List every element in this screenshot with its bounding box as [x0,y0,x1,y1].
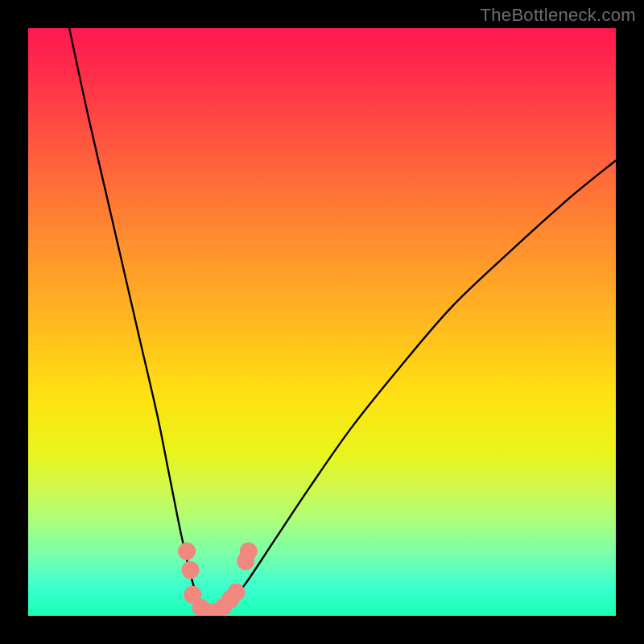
plot-area [28,28,616,616]
curve-marker [227,584,245,601]
curve-marker [182,561,200,579]
watermark-text: TheBottleneck.com [481,5,636,26]
curve-marker [240,543,258,560]
bottleneck-curve [28,28,616,616]
chart-frame: TheBottleneck.com [0,0,644,644]
curve-marker [178,543,196,560]
curve-markers [178,543,258,616]
